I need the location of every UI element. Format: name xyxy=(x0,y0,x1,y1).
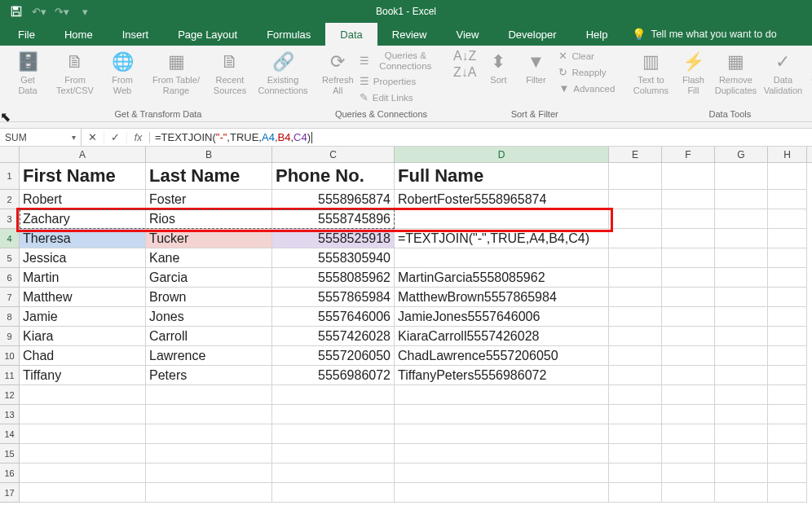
cell-G13[interactable] xyxy=(715,405,768,424)
cell-C4[interactable]: 5558525918 xyxy=(272,229,395,248)
cancel-formula-button[interactable]: ✕ xyxy=(82,131,104,143)
cell-A10[interactable]: Chad xyxy=(20,346,146,366)
fx-button[interactable]: fx xyxy=(127,132,150,143)
cell-E10[interactable] xyxy=(609,346,662,366)
flash-fill-button[interactable]: ⚡Flash Fill xyxy=(675,49,711,95)
col-header-F[interactable]: F xyxy=(662,147,715,162)
cell-E16[interactable] xyxy=(609,463,662,483)
cell-E3[interactable] xyxy=(609,209,662,229)
row-header[interactable]: 8 xyxy=(0,307,20,327)
cell-A8[interactable]: Jamie xyxy=(20,307,146,327)
cell-E11[interactable] xyxy=(609,366,662,385)
from-text-csv-button[interactable]: 🗎From Text/CSV xyxy=(52,49,98,95)
tab-insert[interactable]: Insert xyxy=(108,23,164,46)
cell-E4[interactable] xyxy=(609,229,662,248)
cell-D11[interactable]: TiffanyPeters5556986072 xyxy=(395,366,609,385)
cell-B15[interactable] xyxy=(146,444,272,463)
cell-B10[interactable]: Lawrence xyxy=(146,346,272,366)
cell-C9[interactable]: 5557426028 xyxy=(272,327,395,346)
cell-F6[interactable] xyxy=(662,268,715,288)
col-header-C[interactable]: C xyxy=(272,147,395,162)
cell-B3[interactable]: Rios xyxy=(146,209,272,229)
cell-F9[interactable] xyxy=(662,327,715,346)
text-to-columns-button[interactable]: ▥Text to Columns xyxy=(628,49,673,95)
cell-D16[interactable] xyxy=(395,463,609,483)
cell-D6[interactable]: MartinGarcia5558085962 xyxy=(395,268,609,288)
cell-C3[interactable]: 5558745896 xyxy=(272,209,395,229)
cell-E14[interactable] xyxy=(609,424,662,444)
cell-B9[interactable]: Carroll xyxy=(146,327,272,346)
col-header-G[interactable]: G xyxy=(715,147,768,162)
cell-A9[interactable]: Kiara xyxy=(20,327,146,346)
cell-G16[interactable] xyxy=(715,463,768,483)
tab-view[interactable]: View xyxy=(441,23,493,46)
row-header[interactable]: 10 xyxy=(0,346,20,366)
cell-F15[interactable] xyxy=(662,444,715,463)
cell-H15[interactable] xyxy=(768,444,807,463)
cell-H6[interactable] xyxy=(768,268,807,288)
cell-G9[interactable] xyxy=(715,327,768,346)
cell-D8[interactable]: JamieJones5557646006 xyxy=(395,307,609,327)
cell-G2[interactable] xyxy=(715,190,768,209)
cell-A1[interactable]: First Name xyxy=(20,163,146,190)
cell-C14[interactable] xyxy=(272,424,395,444)
cell-G4[interactable] xyxy=(715,229,768,248)
cell-D2[interactable]: RobertFoster5558965874 xyxy=(395,190,609,209)
from-web-button[interactable]: 🌐From Web xyxy=(99,49,145,95)
cell-E2[interactable] xyxy=(609,190,662,209)
cell-A11[interactable]: Tiffany xyxy=(20,366,146,385)
cell-F2[interactable] xyxy=(662,190,715,209)
row-header[interactable]: 13 xyxy=(0,405,20,424)
cell-G12[interactable] xyxy=(715,385,768,405)
cell-A17[interactable] xyxy=(20,483,146,503)
cell-B5[interactable]: Kane xyxy=(146,248,272,268)
recent-sources-button[interactable]: 🗎Recent Sources xyxy=(207,49,253,95)
existing-connections-button[interactable]: 🔗Existing Connections xyxy=(254,49,311,95)
cell-H3[interactable] xyxy=(768,209,807,229)
cell-A12[interactable] xyxy=(20,385,146,405)
cell-F14[interactable] xyxy=(662,424,715,444)
cell-G1[interactable] xyxy=(715,163,768,190)
cell-B1[interactable]: Last Name xyxy=(146,163,272,190)
cell-F7[interactable] xyxy=(662,288,715,307)
cell-D17[interactable] xyxy=(395,483,609,503)
clear-filter-button[interactable]: ✕Clear xyxy=(555,49,597,64)
cell-F13[interactable] xyxy=(662,405,715,424)
properties-button[interactable]: ☰Properties xyxy=(356,74,419,90)
cell-H9[interactable] xyxy=(768,327,807,346)
redo-button[interactable]: ↷▾ xyxy=(52,2,72,20)
cell-D4[interactable]: =TEXTJOIN("-",TRUE,A4,B4,C4) xyxy=(395,229,609,248)
cell-H1[interactable] xyxy=(768,163,807,190)
cell-E17[interactable] xyxy=(609,483,662,503)
cell-H7[interactable] xyxy=(768,288,807,307)
row-header[interactable]: 3 xyxy=(0,209,20,229)
cell-E13[interactable] xyxy=(609,405,662,424)
row-header[interactable]: 11 xyxy=(0,366,20,385)
cell-E9[interactable] xyxy=(609,327,662,346)
cell-F16[interactable] xyxy=(662,463,715,483)
cell-D15[interactable] xyxy=(395,444,609,463)
col-header-E[interactable]: E xyxy=(609,147,662,162)
row-header[interactable]: 2 xyxy=(0,190,20,209)
cell-G15[interactable] xyxy=(715,444,768,463)
cell-H14[interactable] xyxy=(768,424,807,444)
row-header[interactable]: 5 xyxy=(0,248,20,268)
cell-H2[interactable] xyxy=(768,190,807,209)
cell-C1[interactable]: Phone No. xyxy=(272,163,395,190)
tab-page-layout[interactable]: Page Layout xyxy=(163,23,252,46)
touch-mode-button[interactable]: ▾ xyxy=(75,2,95,20)
cell-B2[interactable]: Foster xyxy=(146,190,272,209)
row-header[interactable]: 17 xyxy=(0,483,20,503)
cell-G8[interactable] xyxy=(715,307,768,327)
tab-data[interactable]: Data xyxy=(325,23,377,46)
queries-connections-button[interactable]: ☰Queries & Connections xyxy=(356,49,441,73)
cell-C7[interactable]: 5557865984 xyxy=(272,288,395,307)
cell-C5[interactable]: 5558305940 xyxy=(272,248,395,268)
sort-asc-button[interactable]: A↓Z xyxy=(451,49,479,64)
tab-developer[interactable]: Developer xyxy=(493,23,571,46)
cell-C15[interactable] xyxy=(272,444,395,463)
cell-E5[interactable] xyxy=(609,248,662,268)
cell-F11[interactable] xyxy=(662,366,715,385)
col-header-A[interactable]: A xyxy=(20,147,146,162)
name-box[interactable]: SUM ▾ xyxy=(0,129,82,146)
